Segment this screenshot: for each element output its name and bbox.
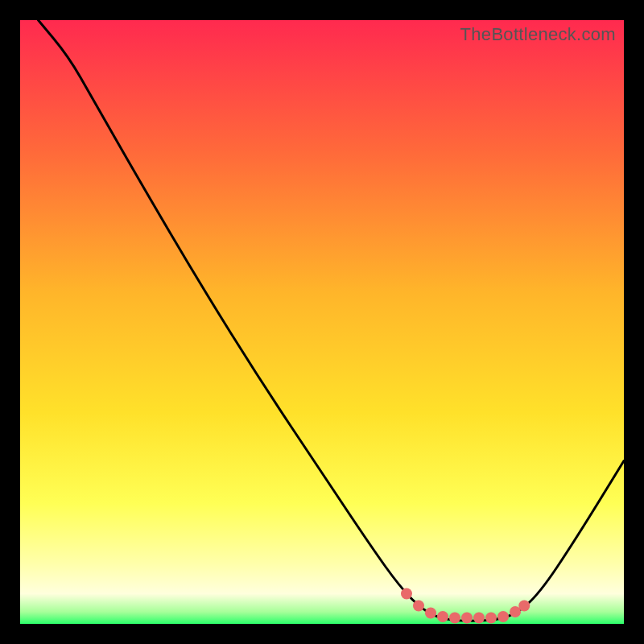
svg-point-6 (473, 613, 485, 624)
watermark-text: TheBottleneck.com (460, 24, 616, 45)
svg-point-7 (485, 613, 497, 624)
gradient-background (20, 20, 624, 624)
svg-point-1 (413, 601, 424, 612)
svg-point-0 (401, 588, 412, 600)
svg-point-4 (449, 613, 460, 624)
svg-point-10 (518, 601, 530, 612)
svg-point-3 (437, 611, 448, 622)
chart-frame: TheBottleneck.com (20, 20, 624, 624)
chart-plot (20, 20, 624, 624)
svg-point-8 (497, 611, 509, 622)
svg-point-5 (461, 613, 473, 624)
svg-point-2 (425, 608, 436, 619)
